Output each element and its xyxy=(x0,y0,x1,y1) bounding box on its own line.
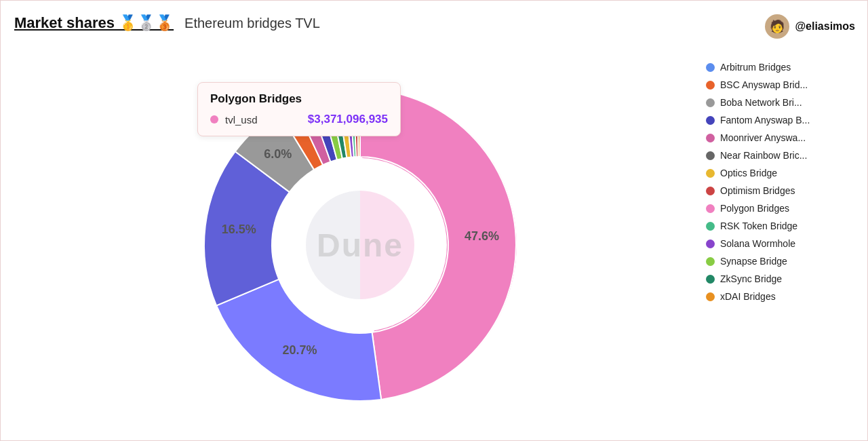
tooltip: Polygon Bridges tvl_usd $3,371,096,935 xyxy=(197,82,401,136)
legend-color-dot xyxy=(706,222,715,231)
page-title: Market shares 🥇🥈🥉 xyxy=(14,14,174,32)
legend-item: Solana Wormhole xyxy=(706,238,855,249)
legend-color-dot xyxy=(706,292,715,301)
chart-area: Polygon Bridges tvl_usd $3,371,096,935 xyxy=(14,55,706,435)
legend-label: Optics Bridge xyxy=(720,168,777,178)
legend-item: Fantom Anyswap B... xyxy=(706,115,855,126)
legend-label: Fantom Anyswap B... xyxy=(720,115,810,126)
legend-label: Solana Wormhole xyxy=(720,238,795,249)
legend-label: RSK Token Bridge xyxy=(720,220,797,231)
legend-color-dot xyxy=(706,134,715,142)
tooltip-title: Polygon Bridges xyxy=(210,92,388,106)
legend-color-dot xyxy=(706,187,715,195)
header: Market shares 🥇🥈🥉 Ethereum bridges TVL xyxy=(14,14,320,32)
legend-item: RSK Token Bridge xyxy=(706,220,855,231)
legend-item: Near Rainbow Bric... xyxy=(706,150,855,161)
legend-item: Optics Bridge xyxy=(706,168,855,178)
legend-label: ZkSync Bridge xyxy=(720,273,782,284)
legend-label: Arbitrum Bridges xyxy=(720,62,791,73)
legend-color-dot xyxy=(706,98,715,107)
legend-item: xDAI Bridges xyxy=(706,291,855,302)
legend-item: BSC Anyswap Brid... xyxy=(706,79,855,90)
legend-label: Optimism Bridges xyxy=(720,185,795,196)
legend-color-dot xyxy=(706,275,715,284)
legend-label: Moonriver Anyswa... xyxy=(720,132,806,143)
legend-item: Boba Network Bri... xyxy=(706,97,855,108)
legend-color-dot xyxy=(706,116,715,125)
tooltip-key: tvl_usd xyxy=(225,114,301,126)
legend-label: Synapse Bridge xyxy=(720,256,787,267)
legend-color-dot xyxy=(706,81,715,90)
user-info: 🧑 @eliasimos xyxy=(765,14,855,39)
username: @eliasimos xyxy=(795,20,855,33)
tooltip-row: tvl_usd $3,371,096,935 xyxy=(210,113,388,126)
legend-label: Near Rainbow Bric... xyxy=(720,150,807,161)
legend-label: BSC Anyswap Brid... xyxy=(720,79,808,90)
tooltip-value: $3,371,096,935 xyxy=(308,113,388,126)
legend-item: ZkSync Bridge xyxy=(706,273,855,284)
legend: Arbitrum BridgesBSC Anyswap Brid...Boba … xyxy=(706,62,855,309)
legend-item: Optimism Bridges xyxy=(706,185,855,196)
legend-color-dot xyxy=(706,63,715,72)
avatar: 🧑 xyxy=(765,14,789,39)
legend-color-dot xyxy=(706,169,715,178)
legend-item: Moonriver Anyswa... xyxy=(706,132,855,143)
page-subtitle: Ethereum bridges TVL xyxy=(184,16,320,31)
legend-label: Polygon Bridges xyxy=(720,203,789,214)
legend-item: Arbitrum Bridges xyxy=(706,62,855,73)
legend-color-dot xyxy=(706,204,715,213)
tooltip-dot xyxy=(210,115,218,123)
legend-label: xDAI Bridges xyxy=(720,291,776,302)
legend-color-dot xyxy=(706,239,715,248)
legend-color-dot xyxy=(706,257,715,266)
legend-label: Boba Network Bri... xyxy=(720,97,802,108)
legend-color-dot xyxy=(706,151,715,160)
legend-item: Polygon Bridges xyxy=(706,203,855,214)
legend-item: Synapse Bridge xyxy=(706,256,855,267)
